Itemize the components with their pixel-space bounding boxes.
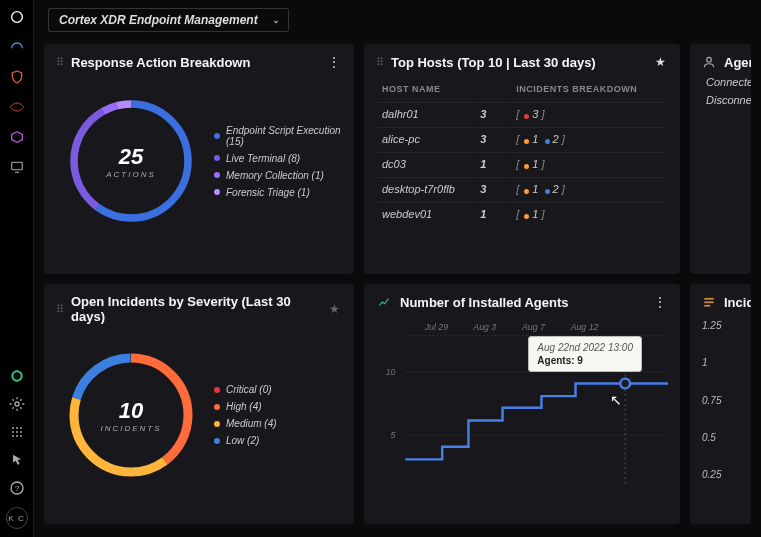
svg-point-36 (620, 379, 630, 389)
legend-label: Critical (0) (226, 384, 272, 395)
table-row[interactable]: dalhr013[3 ] (378, 102, 666, 125)
eye-icon[interactable] (8, 98, 26, 116)
chart-icon (376, 294, 392, 310)
more-icon[interactable]: ⋮ (652, 294, 668, 310)
svg-point-13 (20, 435, 22, 437)
page-title-dropdown[interactable]: Cortex XDR Endpoint Management ⌄ (48, 8, 289, 32)
svg-text:Aug 3: Aug 3 (472, 322, 496, 332)
incident-count: 3 (476, 177, 510, 200)
legend-item[interactable]: Medium (4) (214, 418, 277, 429)
host-name: webdev01 (378, 202, 474, 225)
svg-point-8 (12, 431, 14, 433)
drag-handle-icon[interactable]: ⠿ (56, 56, 63, 69)
breakdown-cell: [1 2 ] (512, 127, 666, 150)
drag-handle-icon[interactable]: ⠿ (376, 56, 383, 69)
chevron-down-icon: ⌄ (272, 15, 280, 25)
card-top-hosts: ⠿ Top Hosts (Top 10 | Last 30 days) ★ HO… (364, 44, 680, 274)
legend-swatch (214, 438, 220, 444)
donut-total: 25 (119, 144, 143, 170)
box-icon[interactable] (8, 128, 26, 146)
avatar[interactable]: K C (6, 507, 28, 529)
incident-count: 3 (476, 127, 510, 150)
svg-point-5 (12, 427, 14, 429)
legend-item[interactable]: Endpoint Script Execution (15) (214, 125, 342, 147)
legend-swatch (214, 404, 220, 410)
svg-text:Aug 12: Aug 12 (570, 322, 599, 332)
page-title: Cortex XDR Endpoint Management (59, 13, 258, 27)
svg-text:Aug 7: Aug 7 (521, 322, 546, 332)
gear-icon[interactable] (8, 395, 26, 413)
drag-handle-icon[interactable]: ⠿ (56, 303, 63, 316)
svg-point-11 (12, 435, 14, 437)
host-name: dalhr01 (378, 102, 474, 125)
apps-icon[interactable] (8, 423, 26, 441)
svg-rect-37 (704, 298, 713, 300)
shield-icon[interactable] (8, 68, 26, 86)
line-chart: Jul 29 Aug 3 Aug 7 Aug 12 10 5 (376, 316, 668, 486)
help-icon[interactable]: ? (8, 479, 26, 497)
pointer-icon[interactable] (8, 451, 26, 469)
card-open-incidents: ⠿ Open Incidents by Severity (Last 30 da… (44, 284, 354, 524)
legend-swatch (214, 133, 220, 139)
host-name: dc03 (378, 152, 474, 175)
svg-rect-39 (704, 305, 710, 307)
topbar: Cortex XDR Endpoint Management ⌄ (34, 0, 761, 40)
donut-chart: 10 INCIDENTS (56, 340, 206, 490)
ring-icon[interactable] (8, 367, 26, 385)
nav-rail: ? K C (0, 0, 34, 537)
legend-label: Low (2) (226, 435, 259, 446)
breakdown-cell: [1 ] (512, 202, 666, 225)
card-title: Number of Installed Agents (400, 295, 644, 310)
legend-label: Live Terminal (8) (226, 153, 300, 164)
incident-count: 3 (476, 102, 510, 125)
incident-count: 1 (476, 152, 510, 175)
dashboard-icon[interactable] (8, 38, 26, 56)
svg-point-3 (12, 371, 21, 380)
breakdown-cell: [3 ] (512, 102, 666, 125)
svg-point-9 (16, 431, 18, 433)
star-icon[interactable]: ★ (326, 301, 342, 317)
legend-item[interactable]: Memory Collection (1) (214, 170, 342, 181)
legend-item[interactable]: Low (2) (214, 435, 277, 446)
card-installed-agents: Number of Installed Agents ⋮ Jul 29 Aug … (364, 284, 680, 524)
svg-point-1 (15, 15, 19, 19)
legend-item[interactable]: High (4) (214, 401, 277, 412)
svg-text:10: 10 (386, 367, 396, 377)
svg-text:?: ? (14, 484, 19, 493)
legend-item[interactable]: Live Terminal (8) (214, 153, 342, 164)
legend-item[interactable]: Forensic Triage (1) (214, 187, 342, 198)
legend-swatch (214, 155, 220, 161)
svg-rect-38 (704, 301, 713, 303)
donut-total: 10 (119, 398, 143, 424)
host-name: desktop-t7r0flb (378, 177, 474, 200)
svg-point-4 (15, 402, 19, 406)
legend-label: Forensic Triage (1) (226, 187, 310, 198)
svg-point-10 (20, 431, 22, 433)
table-row[interactable]: dc031[1 ] (378, 152, 666, 175)
legend-swatch (214, 172, 220, 178)
legend-label: Endpoint Script Execution (15) (226, 125, 342, 147)
svg-point-12 (16, 435, 18, 437)
agent-row: Connected (702, 76, 751, 88)
monitor-icon[interactable] (8, 158, 26, 176)
logo-icon[interactable] (8, 8, 26, 26)
donut-label: INCIDENTS (100, 424, 161, 433)
legend-label: Memory Collection (1) (226, 170, 324, 181)
table-row[interactable]: desktop-t7r0flb3[1 2 ] (378, 177, 666, 200)
svg-point-7 (20, 427, 22, 429)
host-name: alice-pc (378, 127, 474, 150)
table-row[interactable]: alice-pc3[1 2 ] (378, 127, 666, 150)
table-row[interactable]: webdev011[1 ] (378, 202, 666, 225)
more-icon[interactable]: ⋮ (326, 54, 342, 70)
legend-item[interactable]: Critical (0) (214, 384, 277, 395)
card-title: Agent (724, 55, 751, 70)
col-host: HOST NAME (378, 78, 474, 100)
chart-tooltip: Aug 22nd 2022 13:00 Agents: 9 (528, 336, 642, 372)
card-incidents-clipped: Incider 1.25 1 0.75 0.5 0.25 (690, 284, 751, 524)
breakdown-cell: [1 2 ] (512, 177, 666, 200)
legend: Critical (0)High (4)Medium (4)Low (2) (214, 384, 277, 446)
star-icon[interactable]: ★ (652, 54, 668, 70)
card-title: Top Hosts (Top 10 | Last 30 days) (391, 55, 644, 70)
svg-text:5: 5 (391, 430, 396, 440)
svg-point-21 (707, 57, 712, 62)
